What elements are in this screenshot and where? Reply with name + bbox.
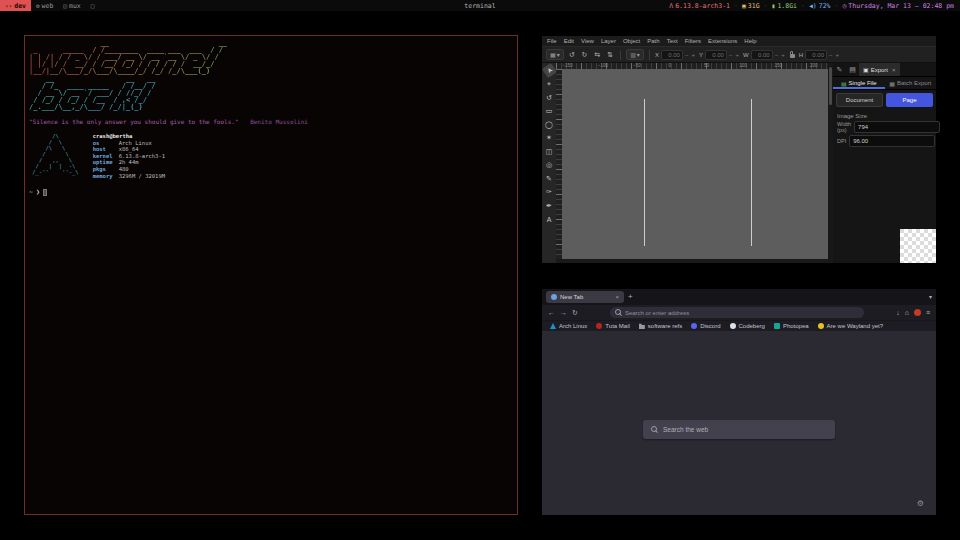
- decrement-button[interactable]: −: [684, 52, 690, 58]
- status-bar: ‹› dev ⚙ web ◫ mux □ terminal Λ 6.13.8-a…: [0, 0, 960, 11]
- tab-single-file[interactable]: ▤ Single File: [833, 77, 885, 89]
- pencil-tool[interactable]: ✎: [544, 173, 555, 184]
- rotate-cw-icon[interactable]: ↻: [580, 51, 590, 59]
- batch-export-label: Batch Export: [897, 80, 931, 86]
- reload-button[interactable]: ↻: [572, 309, 578, 317]
- tag-web[interactable]: ⚙ web: [31, 0, 58, 11]
- tab-list-chevron-icon[interactable]: ▾: [929, 293, 932, 301]
- web-search-input[interactable]: [663, 426, 827, 433]
- menu-extensions[interactable]: Extensions: [708, 38, 737, 44]
- toolbar-separator: [649, 50, 650, 60]
- pencil-dialog-icon[interactable]: ✎: [833, 66, 846, 74]
- decrement-button[interactable]: −: [728, 52, 734, 58]
- w-label: W: [743, 52, 749, 58]
- decrement-button[interactable]: −: [828, 52, 834, 58]
- personalize-gear-icon[interactable]: ⚙: [917, 499, 924, 508]
- box-3d-tool[interactable]: ◫: [544, 146, 555, 157]
- tag-mux[interactable]: ◫ mux: [58, 0, 85, 11]
- download-icon[interactable]: ↓: [896, 309, 900, 316]
- shell-prompt[interactable]: ~ ❯: [29, 188, 517, 196]
- page-right-edge: [751, 99, 752, 245]
- y-coordinate-field: Y 0.00 − +: [699, 50, 740, 60]
- tmux-icon: ◫: [63, 2, 67, 9]
- adblock-extension-icon[interactable]: [914, 309, 921, 316]
- export-dpi-input[interactable]: [849, 135, 935, 147]
- url-bar[interactable]: [610, 307, 864, 318]
- fetch-label: host: [93, 146, 119, 153]
- close-icon[interactable]: ×: [615, 294, 619, 300]
- decrement-button[interactable]: −: [774, 52, 780, 58]
- menu-help[interactable]: Help: [744, 38, 756, 44]
- tag-empty[interactable]: □: [86, 0, 100, 11]
- url-input[interactable]: [625, 310, 859, 316]
- increment-button[interactable]: +: [690, 52, 696, 58]
- volume-text: 72%: [819, 2, 831, 10]
- document-button[interactable]: Document: [836, 93, 883, 107]
- selection-mode-dropdown[interactable]: ▦ ▾: [546, 49, 564, 60]
- menu-text[interactable]: Text: [667, 38, 678, 44]
- menu-edit[interactable]: Edit: [564, 38, 574, 44]
- y-value[interactable]: 0.00: [705, 50, 727, 60]
- layers-dialog-icon[interactable]: ▤: [846, 66, 859, 74]
- close-icon[interactable]: ×: [892, 67, 896, 73]
- pen-tool[interactable]: ✑: [544, 187, 555, 198]
- active-tab[interactable]: New Tab ×: [546, 291, 624, 303]
- separator: ·: [834, 2, 838, 10]
- forward-button[interactable]: →: [560, 309, 567, 316]
- shape-builder-tool[interactable]: ↺: [544, 92, 555, 103]
- menu-file[interactable]: File: [547, 38, 557, 44]
- export-width-input[interactable]: [854, 121, 940, 133]
- export-preview-thumbnail: [900, 229, 936, 263]
- increment-button[interactable]: +: [780, 52, 786, 58]
- spiral-tool[interactable]: ◎: [544, 160, 555, 171]
- page-button[interactable]: Page: [886, 93, 933, 107]
- rotate-ccw-icon[interactable]: ↺: [567, 51, 577, 59]
- export-dialog-tab[interactable]: ▣ Export ×: [859, 63, 900, 76]
- lock-icon: [790, 54, 795, 58]
- back-button[interactable]: ←: [548, 309, 555, 316]
- lock-ratio-toggle[interactable]: [789, 50, 796, 60]
- scrollbar-thumb[interactable]: [829, 67, 832, 105]
- ascii-art-welcome: __ __ _ _____ / /________ ____ ___ ___ /…: [29, 40, 517, 75]
- bookmark-discord[interactable]: Discord: [691, 323, 720, 329]
- rectangle-tool[interactable]: ▭: [544, 106, 555, 117]
- bookmark-label: Photopea: [783, 323, 809, 329]
- snap-dropdown[interactable]: ▥ ▾: [626, 49, 644, 60]
- menu-filters[interactable]: Filters: [685, 38, 701, 44]
- flip-vertical-icon[interactable]: ⇅: [605, 51, 615, 59]
- increment-button[interactable]: +: [734, 52, 740, 58]
- calligraphy-tool[interactable]: ✒: [544, 200, 555, 211]
- selector-tool[interactable]: ➤: [541, 63, 556, 78]
- bookmark-folder-software-refs[interactable]: software refs: [639, 323, 682, 329]
- terminal-window[interactable]: __ __ _ _____ / /________ ____ ___ ___ /…: [24, 35, 518, 515]
- bookmark-tuta-mail[interactable]: Tuta Mail: [596, 323, 629, 329]
- bookmark-are-we-wayland-yet[interactable]: Are we Wayland yet?: [818, 323, 883, 329]
- tab-batch-export[interactable]: ▦ Batch Export: [885, 77, 937, 89]
- node-editor-tool[interactable]: ⌖: [544, 79, 555, 90]
- flip-horizontal-icon[interactable]: ⇆: [592, 51, 602, 59]
- page-left-edge: [644, 99, 645, 245]
- web-search-box[interactable]: [643, 420, 835, 439]
- inkscape-canvas[interactable]: [562, 69, 828, 259]
- x-value[interactable]: 0.00: [661, 50, 683, 60]
- menu-path[interactable]: Path: [647, 38, 659, 44]
- home-icon[interactable]: ⌂: [905, 309, 909, 316]
- vertical-scrollbar[interactable]: [828, 63, 833, 263]
- menu-icon[interactable]: ≡: [926, 309, 930, 316]
- fetch-label: pkgs: [93, 166, 119, 173]
- w-value[interactable]: 0.00: [751, 50, 773, 60]
- ellipse-tool[interactable]: ◯: [544, 119, 555, 130]
- menu-layer[interactable]: Layer: [601, 38, 616, 44]
- increment-button[interactable]: +: [835, 52, 841, 58]
- bookmark-arch-linux[interactable]: Arch Linux: [550, 323, 587, 329]
- menu-view[interactable]: View: [581, 38, 594, 44]
- horizontal-scrollbar[interactable]: [556, 259, 828, 263]
- bookmark-photopea[interactable]: Photopea: [774, 323, 809, 329]
- tag-dev[interactable]: ‹› dev: [0, 0, 31, 11]
- text-tool[interactable]: A: [544, 214, 555, 225]
- new-tab-button[interactable]: +: [628, 293, 633, 301]
- menu-object[interactable]: Object: [623, 38, 640, 44]
- bookmark-codeberg[interactable]: Codeberg: [730, 323, 765, 329]
- star-tool[interactable]: ✶: [544, 133, 555, 144]
- h-value[interactable]: 0.00: [805, 50, 827, 60]
